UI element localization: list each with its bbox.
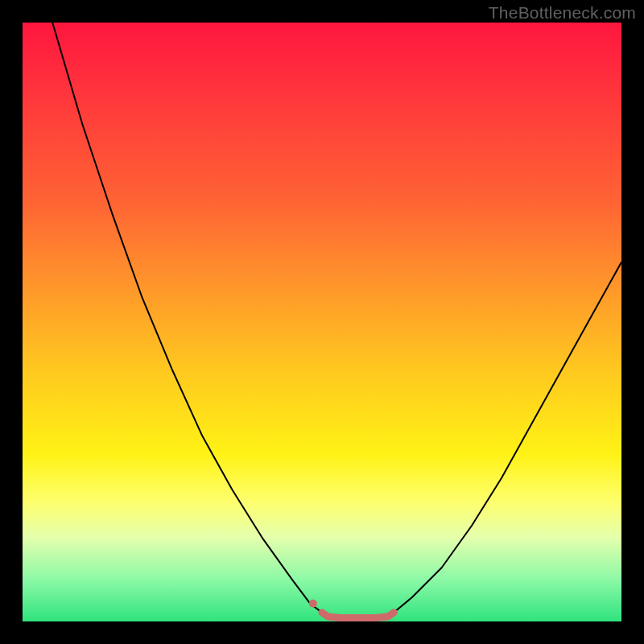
series-path-bottom-flat xyxy=(322,613,394,618)
series-path-right-curve xyxy=(394,262,621,613)
curves-svg xyxy=(23,23,621,621)
series-path-left-curve xyxy=(52,23,322,613)
plot-area xyxy=(23,23,621,621)
series-marker-left-dot xyxy=(309,600,317,608)
watermark-text: TheBottleneck.com xyxy=(489,3,636,23)
chart-frame: TheBottleneck.com xyxy=(0,0,644,644)
